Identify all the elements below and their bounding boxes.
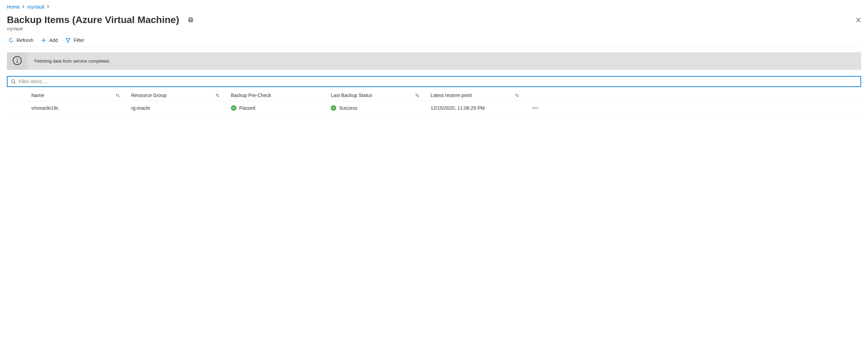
- header-label: Backup Pre-Check: [231, 93, 271, 98]
- cell-name: vmoracle19c: [31, 105, 59, 111]
- funnel-icon: [65, 37, 71, 43]
- svg-point-10: [537, 107, 538, 108]
- svg-point-6: [12, 80, 15, 83]
- info-banner: Fetching data from service completed.: [7, 52, 861, 70]
- svg-line-7: [14, 83, 16, 84]
- header-label: Resource Group: [131, 93, 167, 98]
- print-icon[interactable]: [188, 17, 194, 23]
- table-row[interactable]: vmoracle19c rg-oracle Passed Succ: [7, 101, 861, 115]
- svg-point-9: [534, 107, 536, 108]
- column-header-precheck[interactable]: Backup Pre-Check: [225, 93, 325, 98]
- more-actions-icon[interactable]: [532, 107, 538, 109]
- breadcrumb-vault[interactable]: myVault: [27, 4, 44, 10]
- sort-icon[interactable]: [215, 93, 220, 98]
- plus-icon: [41, 37, 46, 43]
- cell-precheck: Passed: [239, 105, 255, 111]
- check-circle-icon: [331, 105, 336, 111]
- cell-resource-group: rg-oracle: [131, 105, 150, 111]
- header-label: Name: [31, 93, 44, 98]
- column-header-status[interactable]: Last Backup Status: [325, 93, 425, 98]
- column-header-restore[interactable]: Latest restore point: [425, 93, 525, 98]
- search-icon: [11, 79, 16, 84]
- refresh-label: Refresh: [17, 37, 33, 43]
- breadcrumb: Home myVault: [7, 4, 861, 10]
- cell-restore: 12/15/2020, 11:06:29 PM: [431, 105, 485, 111]
- refresh-icon: [8, 37, 14, 43]
- chevron-right-icon: [22, 4, 25, 9]
- cell-status: Success: [339, 105, 357, 111]
- svg-point-8: [532, 107, 533, 108]
- add-label: Add: [49, 37, 58, 43]
- table-header: Name Resource Group Back: [7, 90, 861, 101]
- check-circle-icon: [231, 105, 236, 111]
- toolbar: Refresh Add Filter: [7, 35, 861, 47]
- close-icon[interactable]: [856, 17, 861, 23]
- column-header-resource-group[interactable]: Resource Group: [126, 93, 225, 98]
- sort-icon[interactable]: [515, 93, 519, 98]
- filter-input[interactable]: [19, 79, 857, 84]
- column-header-name[interactable]: Name: [26, 93, 126, 98]
- breadcrumb-home[interactable]: Home: [7, 4, 20, 10]
- sort-icon[interactable]: [115, 93, 120, 98]
- page-subtitle: myVault: [7, 26, 861, 31]
- page-title: Backup Items (Azure Virtual Machine): [7, 14, 179, 25]
- banner-message: Fetching data from service completed.: [28, 52, 117, 70]
- backup-items-table: Name Resource Group Back: [7, 90, 861, 115]
- chevron-right-icon: [46, 4, 50, 9]
- filter-label: Filter: [74, 37, 84, 43]
- header-label: Latest restore point: [431, 93, 472, 98]
- add-button[interactable]: Add: [41, 37, 58, 43]
- info-icon: [12, 55, 22, 67]
- filter-box[interactable]: [7, 76, 861, 87]
- sort-icon[interactable]: [415, 93, 420, 98]
- filter-button[interactable]: Filter: [65, 37, 84, 43]
- header-label: Last Backup Status: [331, 93, 372, 98]
- refresh-button[interactable]: Refresh: [8, 37, 33, 43]
